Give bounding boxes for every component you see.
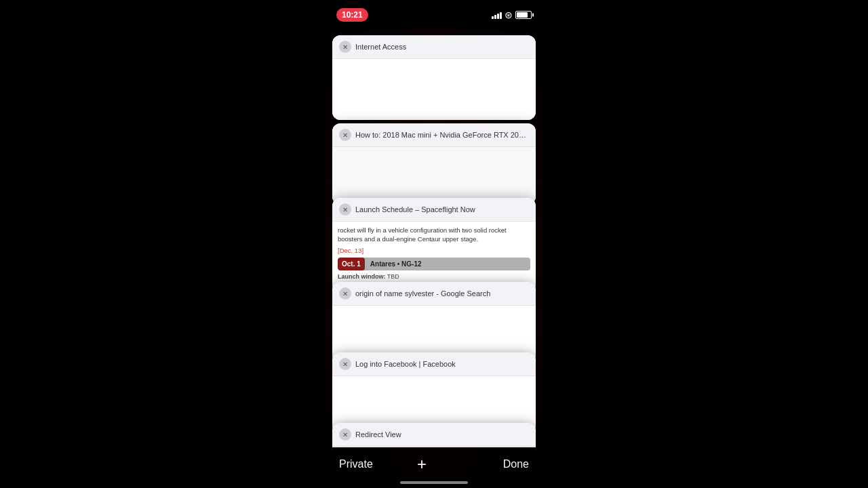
tab-body-1 bbox=[332, 59, 536, 120]
tab-title-2: How to: 2018 Mac mini + Nvidia GeForce R… bbox=[355, 131, 529, 139]
launch-window-label: Launch window: bbox=[338, 273, 386, 280]
tab-close-3[interactable]: ✕ bbox=[339, 203, 351, 216]
signal-icon bbox=[492, 11, 502, 19]
tab-close-2[interactable]: ✕ bbox=[339, 129, 351, 141]
tab-header-3: ✕ Launch Schedule – Spaceflight Now bbox=[332, 198, 536, 222]
tab-title-5: Log into Facebook | Facebook bbox=[355, 360, 529, 368]
status-icons: ⊛ bbox=[492, 9, 532, 20]
tab-header-6: ✕ Redirect View bbox=[332, 423, 536, 447]
tab-card-2[interactable]: ✕ How to: 2018 Mac mini + Nvidia GeForce… bbox=[332, 123, 536, 205]
tab-title-6: Redirect View bbox=[355, 430, 529, 439]
tab-card-1[interactable]: ✕ Internet Access bbox=[332, 35, 536, 120]
wifi-icon: ⊛ bbox=[505, 9, 513, 20]
launch-window-value: TBD bbox=[387, 273, 399, 280]
tab-close-5[interactable]: ✕ bbox=[339, 358, 351, 370]
launch-link: [Dec. 13] bbox=[338, 247, 363, 254]
done-button[interactable]: Done bbox=[495, 458, 529, 470]
tab-close-4[interactable]: ✕ bbox=[339, 287, 351, 300]
tab-header-1: ✕ Internet Access bbox=[332, 35, 536, 59]
tab-header-5: ✕ Log into Facebook | Facebook bbox=[332, 352, 536, 376]
launch-badge-row: Oct. 1 Antares • NG-12 bbox=[338, 258, 530, 270]
launch-mission: Antares • NG-12 bbox=[365, 258, 427, 270]
battery-icon bbox=[515, 11, 532, 19]
tab-header-4: ✕ origin of name sylvester - Google Sear… bbox=[332, 282, 536, 306]
tab-card-4[interactable]: ✕ origin of name sylvester - Google Sear… bbox=[332, 282, 536, 363]
add-tab-button[interactable]: + bbox=[417, 455, 451, 474]
tab-close-6[interactable]: ✕ bbox=[339, 428, 351, 441]
tab-card-3[interactable]: ✕ Launch Schedule – Spaceflight Now rock… bbox=[332, 198, 536, 293]
tabs-container: ✕ Internet Access ✕ How to: 2018 Mac min… bbox=[326, 30, 542, 447]
status-bar: 10:21 ⊛ bbox=[326, 0, 542, 30]
tab-card-5[interactable]: ✕ Log into Facebook | Facebook bbox=[332, 352, 536, 434]
launch-date-badge: Oct. 1 bbox=[338, 258, 365, 270]
tab-title-1: Internet Access bbox=[355, 43, 529, 51]
content-area: ✕ Internet Access ✕ How to: 2018 Mac min… bbox=[326, 30, 542, 488]
tab-card-6[interactable]: ✕ Redirect View bbox=[332, 423, 536, 447]
tab-title-4: origin of name sylvester - Google Search bbox=[355, 289, 529, 298]
private-button[interactable]: Private bbox=[339, 458, 373, 470]
tab-close-1[interactable]: ✕ bbox=[339, 41, 351, 53]
tab-title-3: Launch Schedule – Spaceflight Now bbox=[355, 205, 529, 214]
launch-text: rocket will fly in a vehicle configurati… bbox=[338, 226, 530, 244]
tab-header-2: ✕ How to: 2018 Mac mini + Nvidia GeForce… bbox=[332, 123, 536, 147]
phone-frame: 10:21 ⊛ ✕ Internet Access bbox=[326, 0, 542, 488]
status-time: 10:21 bbox=[336, 8, 368, 22]
tab-body-2 bbox=[332, 147, 536, 205]
home-indicator bbox=[400, 481, 468, 484]
